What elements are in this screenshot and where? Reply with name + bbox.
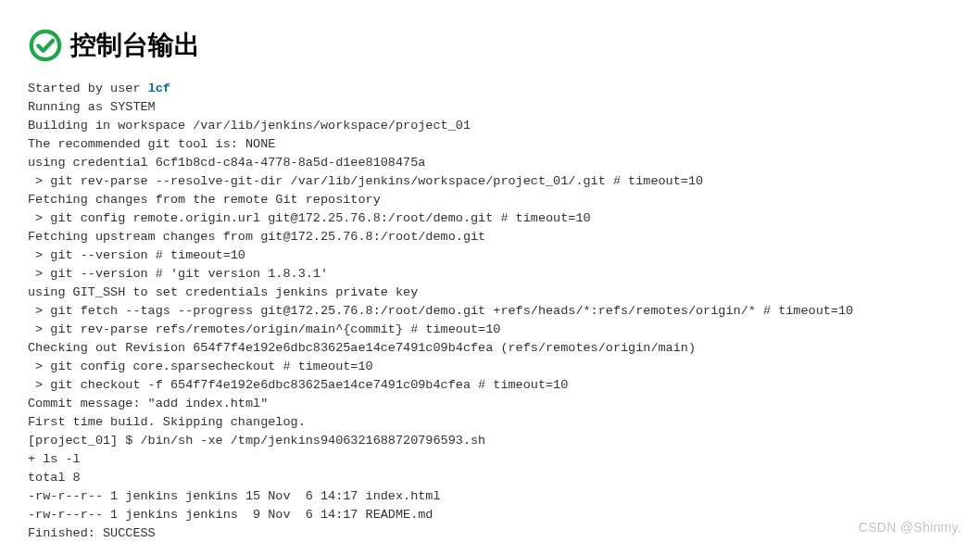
check-circle-icon [28,28,63,63]
console-line: -rw-r--r-- 1 jenkins jenkins 15 Nov 6 14… [28,489,441,503]
console-line: total 8 [28,471,81,485]
console-line: Running as SYSTEM [28,100,156,114]
console-line: > git --version # timeout=10 [28,248,245,262]
console-header: 控制台输出 [28,28,952,63]
console-line: Commit message: "add index.html" [28,397,268,410]
console-line: First time build. Skipping changelog. [28,415,306,429]
console-line: > git fetch --tags --progress git@172.25… [28,304,853,318]
console-line: > git checkout -f 654f7f4e192e6dbc83625a… [28,378,568,392]
console-line: The recommended git tool is: NONE [28,137,275,151]
page-title: 控制台输出 [70,28,200,63]
console-line: using credential 6cf1b8cd-c84a-4778-8a5d… [28,156,425,170]
console-line: Fetching upstream changes from git@172.2… [28,230,485,244]
console-line: Building in workspace /var/lib/jenkins/w… [28,119,471,132]
console-line: Fetching changes from the remote Git rep… [28,193,381,207]
console-line: > git config remote.origin.url git@172.2… [28,211,591,225]
console-line: [project_01] $ /bin/sh -xe /tmp/jenkins9… [28,434,485,448]
console-output: Started by user lcf Running as SYSTEM Bu… [28,80,952,543]
console-line: Finished: SUCCESS [28,526,156,540]
console-line: -rw-r--r-- 1 jenkins jenkins 9 Nov 6 14:… [28,508,433,522]
svg-point-0 [31,32,59,59]
console-line: Checking out Revision 654f7f4e192e6dbc83… [28,341,696,355]
user-link[interactable]: lcf [148,82,170,95]
console-line: > git rev-parse --resolve-git-dir /var/l… [28,174,703,188]
console-line: + ls -l [28,452,81,466]
console-line: > git config core.sparsecheckout # timeo… [28,359,373,373]
started-by-prefix: Started by user [28,82,148,95]
watermark: CSDN @Shinmy. [859,520,961,535]
console-line: using GIT_SSH to set credentials jenkins… [28,285,418,299]
console-line: > git rev-parse refs/remotes/origin/main… [28,322,500,336]
console-line: > git --version # 'git version 1.8.3.1' [28,267,328,281]
